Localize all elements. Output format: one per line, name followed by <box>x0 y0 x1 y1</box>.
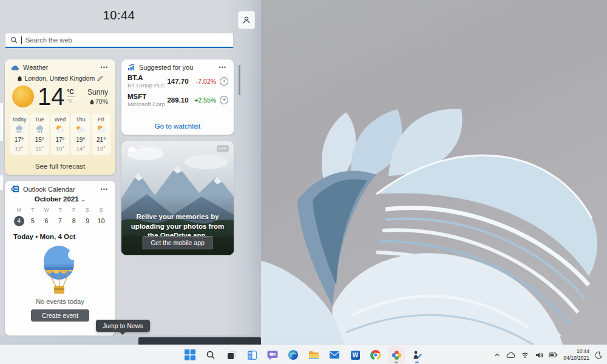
word-button[interactable]: W <box>347 347 363 363</box>
onedrive-icon[interactable] <box>506 352 515 359</box>
calendar-date[interactable]: 5 <box>26 216 40 226</box>
focus-moon-icon[interactable] <box>595 351 602 359</box>
calendar-more-button[interactable]: ••• <box>98 186 110 193</box>
forecast-day[interactable]: Wed 17° 10° <box>51 113 70 155</box>
weather-cloud-icon <box>11 64 19 71</box>
month-selector[interactable]: October 2021 ⌄ <box>5 195 115 203</box>
photos-more-button[interactable]: ••• <box>217 145 229 152</box>
search-bar[interactable] <box>5 33 234 48</box>
tray-clock[interactable]: 10:44 04/10/2021 <box>563 348 589 362</box>
stock-price: 289.10 <box>167 96 188 104</box>
mail-button[interactable] <box>327 347 342 363</box>
taskbar-search-button[interactable] <box>203 347 219 363</box>
see-full-forecast-link[interactable]: See full forecast <box>5 163 115 170</box>
widgets-button[interactable] <box>244 347 260 363</box>
edge-icon <box>288 349 299 360</box>
panel-edge-highlight <box>0 103 3 141</box>
hot-air-balloon-illustration <box>36 241 84 297</box>
home-icon <box>17 76 22 81</box>
forecast-day[interactable]: Tue 15° 11° <box>30 113 49 155</box>
volume-icon[interactable] <box>535 351 543 359</box>
edge-button[interactable] <box>285 347 301 363</box>
partly-sunny-icon <box>92 124 110 135</box>
widgets-panel: 10:44 Weather ••• <box>0 0 261 345</box>
calendar-date[interactable]: 7 <box>53 216 67 226</box>
desktop: 10:44 Weather ••• <box>0 0 607 364</box>
system-tray: 10:44 04/10/2021 <box>493 345 602 364</box>
calendar-date[interactable]: 6 <box>39 216 53 226</box>
task-view-button[interactable] <box>223 347 239 363</box>
stocks-more-button[interactable]: ••• <box>217 64 229 71</box>
chrome-button[interactable] <box>368 347 384 363</box>
weather-title: Weather <box>23 64 48 71</box>
panel-scrollbar[interactable] <box>239 65 240 95</box>
chat-icon <box>267 350 278 360</box>
battery-icon[interactable] <box>549 351 558 359</box>
photos-app-icon <box>392 350 402 360</box>
hidden-icons-chevron[interactable] <box>493 351 501 359</box>
wifi-icon[interactable] <box>521 351 529 359</box>
person-icon <box>242 16 251 24</box>
search-icon <box>10 36 18 44</box>
calendar-widget[interactable]: Outlook Calendar ••• October 2021 ⌄ M T … <box>5 181 115 335</box>
weather-location[interactable]: London, United Kingdom <box>5 75 115 82</box>
mail-icon <box>329 351 340 359</box>
forecast-day[interactable]: Fri 21° 13° <box>92 113 110 155</box>
photos-app-button[interactable] <box>388 347 404 363</box>
pen-app-button[interactable] <box>409 347 425 363</box>
forecast-day[interactable]: Today 17° 12° <box>10 113 29 155</box>
stocks-chart-icon <box>127 64 135 71</box>
go-to-watchlist-link[interactable]: Go to watchlist <box>121 123 234 130</box>
calendar-date[interactable]: 10 <box>94 216 108 226</box>
chat-button[interactable] <box>265 347 280 363</box>
calendar-date-today[interactable]: 4 <box>12 216 26 226</box>
file-explorer-icon <box>308 351 319 360</box>
task-view-icon <box>226 350 237 360</box>
widgets-icon <box>247 350 257 360</box>
photos-widget[interactable]: Photos ••• Relive your memories by uploa… <box>121 141 234 255</box>
taskbar-center: W <box>182 345 425 364</box>
rain-icon <box>30 124 49 135</box>
today-label: Today • Mon, 4 Oct <box>5 226 115 240</box>
search-input[interactable] <box>25 36 233 44</box>
get-mobile-app-button[interactable]: Get the mobile app <box>142 236 213 249</box>
add-to-watchlist-button[interactable]: + <box>220 77 228 86</box>
calendar-title: Outlook Calendar <box>23 186 75 193</box>
stock-change: -7.02% <box>189 78 217 85</box>
mostly-cloudy-icon <box>71 124 90 135</box>
chrome-icon <box>370 349 381 360</box>
panel-clock: 10:44 <box>0 8 238 22</box>
taskbar: W <box>0 345 607 364</box>
weather-widget[interactable]: Weather ••• London, United Kingdom 14 °C <box>5 59 115 175</box>
stock-change: +2.55% <box>189 96 217 104</box>
weather-more-button[interactable]: ••• <box>98 64 110 71</box>
unit-toggle[interactable]: °C °F <box>67 89 75 104</box>
start-button[interactable] <box>182 347 198 363</box>
running-indicator <box>415 362 419 363</box>
stocks-widget[interactable]: Suggested for you ••• BT.A BT Group PLC … <box>121 59 234 135</box>
calendar-date[interactable]: 8 <box>67 216 81 226</box>
create-event-button[interactable]: Create event <box>31 309 89 322</box>
news-section-peek[interactable] <box>138 337 261 345</box>
droplet-icon <box>90 99 94 104</box>
stock-row[interactable]: BT.A BT Group PLC 147.70 -7.02% + <box>121 71 234 90</box>
stock-price: 147.70 <box>167 78 188 85</box>
file-explorer-button[interactable] <box>306 347 322 363</box>
weather-condition: Sunny <box>87 88 108 96</box>
outlook-icon <box>11 185 19 193</box>
calendar-date[interactable]: 9 <box>81 216 95 226</box>
onedrive-cloud-icon <box>127 146 137 152</box>
svg-text:W: W <box>352 352 358 359</box>
add-to-watchlist-button[interactable]: + <box>220 96 228 104</box>
stocks-title: Suggested for you <box>139 64 193 71</box>
stock-symbol: BT.A <box>127 74 167 81</box>
stock-row[interactable]: MSFT Microsoft Corp 289.10 +2.55% + <box>121 90 234 109</box>
no-events-label: No events today <box>5 298 115 305</box>
edit-pencil-icon[interactable] <box>97 75 103 81</box>
profile-button[interactable] <box>238 11 255 29</box>
forecast-day[interactable]: Thu 19° 14° <box>71 113 90 155</box>
current-temp: 14 <box>38 84 65 109</box>
photos-title: Photos <box>140 145 161 152</box>
jump-to-news-button[interactable]: Jump to News <box>96 320 150 332</box>
rain-icon <box>10 124 29 135</box>
